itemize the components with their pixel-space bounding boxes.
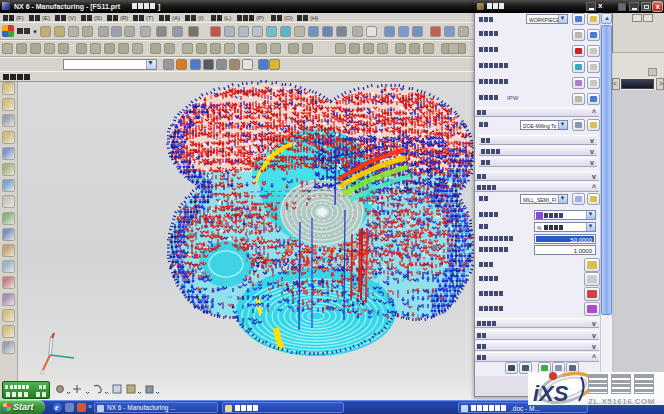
svg-text:iXS: iXS xyxy=(533,381,569,406)
